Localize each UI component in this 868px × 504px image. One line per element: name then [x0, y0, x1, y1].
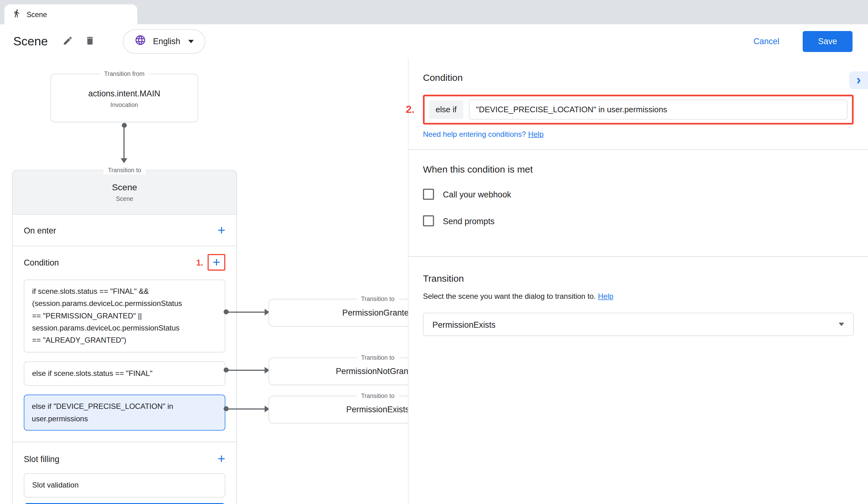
tab-strip: Scene: [0, 0, 868, 24]
transition-description-text: Select the scene you want the dialog to …: [423, 292, 596, 301]
delete-scene-button[interactable]: [81, 32, 99, 50]
slot-filling-header: Slot filling +: [24, 450, 226, 468]
select-caret-icon: [839, 323, 844, 326]
header-bar: Scene English Cancel Save: [0, 24, 868, 58]
annotation-highlight-box-1: +: [208, 254, 226, 271]
annotation-step-2: 2.: [406, 104, 415, 116]
condition-item[interactable]: else if scene.slots.status == "FINAL": [24, 361, 226, 386]
walking-person-icon: [12, 9, 21, 20]
when-met-heading: When this condition is met: [423, 165, 854, 176]
target-badge: Transition to: [357, 295, 399, 303]
send-prompts-option[interactable]: Send prompts: [423, 215, 854, 226]
transition-description: Select the scene you want the dialog to …: [423, 292, 854, 301]
connector-dot: [122, 123, 127, 128]
prompts-label: Send prompts: [443, 216, 495, 225]
add-on-enter-button[interactable]: +: [218, 223, 226, 237]
help-text: Need help entering conditions?: [423, 130, 526, 138]
transition-section: Transition Select the scene you want the…: [409, 257, 868, 350]
condition-section: Condition 1. + if scene.slots.status == …: [13, 246, 236, 442]
collapse-panel-button[interactable]: ›: [849, 72, 868, 89]
intent-name: actions.intent.MAIN: [88, 88, 161, 98]
when-condition-met-section: When this condition is met Call your web…: [409, 150, 868, 257]
connector-line: [123, 128, 125, 158]
condition-section-header: Condition 1. +: [24, 254, 226, 271]
prompts-checkbox[interactable]: [423, 215, 434, 226]
on-enter-label: On enter: [24, 225, 56, 235]
condition-editor-section: Condition › 2. else if "DEVICE_PRECISE_L…: [409, 58, 868, 150]
call-webhook-option[interactable]: Call your webhook: [423, 189, 854, 200]
scene-tab[interactable]: Scene: [4, 4, 137, 24]
condition-section-label: Condition: [24, 258, 59, 267]
webhook-label: Call your webhook: [443, 190, 511, 199]
add-condition-button[interactable]: +: [213, 255, 220, 269]
selected-scene-value: PermissionExists: [432, 319, 839, 329]
page-title: Scene: [13, 34, 48, 48]
else-if-label: else if: [429, 100, 463, 119]
transition-help-link[interactable]: Help: [598, 292, 613, 301]
add-slot-button[interactable]: +: [218, 452, 226, 465]
condition-item[interactable]: if scene.slots.status == "FINAL" && (ses…: [24, 280, 226, 353]
connector-line: [226, 312, 265, 313]
condition-help-line: Need help entering conditions?Help: [423, 130, 854, 138]
on-enter-section: On enter +: [13, 215, 236, 246]
connector-line: [226, 370, 265, 371]
globe-icon: [135, 34, 146, 48]
condition-item-selected[interactable]: else if "DEVICE_PRECISE_LOCATION" in use…: [24, 395, 226, 431]
webhook-checkbox[interactable]: [423, 189, 434, 200]
scene-node: Transition to Scene Scene On enter + Con…: [12, 170, 237, 504]
edit-scene-button[interactable]: [59, 32, 76, 50]
pencil-icon: [62, 35, 73, 47]
condition-detail-panel: Condition › 2. else if "DEVICE_PRECISE_L…: [408, 58, 868, 504]
tab-title: Scene: [27, 10, 47, 19]
slot-filling-label: Slot filling: [24, 454, 59, 463]
actions-console-scene-editor: Scene Scene English Cancel Save Tr: [0, 0, 868, 504]
transition-scene-select[interactable]: PermissionExists: [423, 313, 854, 336]
slot-validation-item[interactable]: Slot validation: [24, 473, 226, 497]
scene-node-subtitle: Scene: [116, 195, 133, 202]
condition-expression-input[interactable]: "DEVICE_PRECISE_LOCATION" in user.permis…: [469, 99, 847, 119]
trash-icon: [85, 35, 95, 47]
scene-node-header[interactable]: Scene Scene: [13, 170, 236, 214]
annotation-highlight-box-2: 2. else if "DEVICE_PRECISE_LOCATION" in …: [423, 95, 854, 124]
slot-filling-section: Slot filling + Slot validation: [13, 442, 236, 504]
condition-heading: Condition: [423, 72, 854, 84]
transition-from-badge: Transition from: [100, 70, 149, 78]
intent-kind: Invocation: [111, 101, 138, 107]
connector-line: [226, 409, 265, 410]
help-link[interactable]: Help: [528, 130, 543, 138]
target-badge: Transition to: [357, 392, 399, 400]
caret-down-icon: [188, 40, 194, 43]
language-label: English: [153, 36, 180, 46]
transition-heading: Transition: [423, 273, 854, 284]
annotation-step-1: 1.: [196, 258, 203, 267]
save-button[interactable]: Save: [803, 31, 853, 52]
scene-node-title: Scene: [112, 182, 137, 192]
target-badge: Transition to: [357, 354, 399, 362]
scene-node-badge: Transition to: [104, 166, 146, 175]
cancel-button[interactable]: Cancel: [754, 36, 779, 46]
arrow-down-icon: [121, 158, 127, 163]
language-selector[interactable]: English: [123, 29, 205, 53]
transition-from-node[interactable]: Transition from actions.intent.MAIN Invo…: [50, 74, 198, 123]
